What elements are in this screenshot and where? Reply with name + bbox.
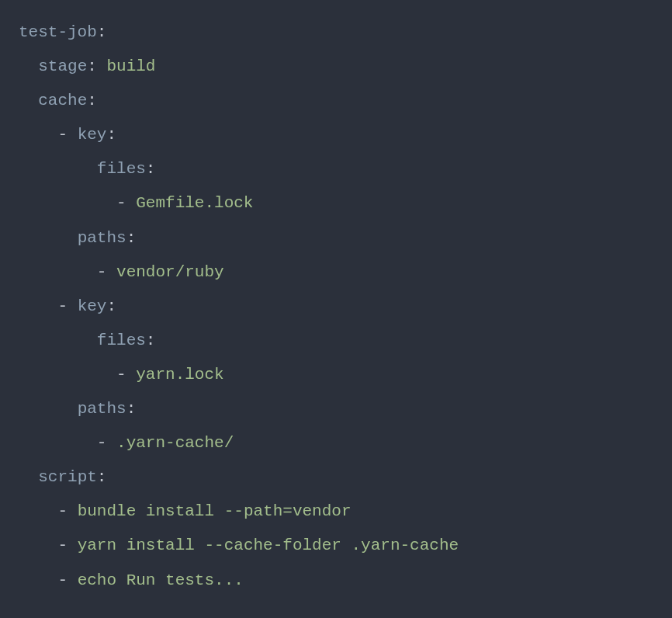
stage-key: stage (38, 57, 87, 75)
path-vendor-ruby: vendor/ruby (116, 263, 224, 281)
paths-key-2: paths (78, 400, 126, 418)
files-key-2: files (97, 332, 146, 349)
script-key: script (38, 468, 97, 486)
stage-value: build (106, 57, 155, 75)
job-name: test-job (19, 23, 97, 41)
path-yarn-cache: .yarn-cache/ (116, 434, 234, 452)
files-key-1: files (97, 160, 146, 178)
script-line-1: bundle install --path=vendor (78, 502, 352, 520)
script-line-2: yarn install --cache-folder .yarn-cache (78, 536, 459, 554)
file-yarn-lock: yarn.lock (136, 366, 223, 384)
yaml-code-block: test-job: stage: build cache: - key: fil… (19, 16, 653, 598)
key-key-2: key (78, 297, 107, 315)
script-line-3: echo Run tests... (78, 571, 244, 589)
cache-key: cache (38, 92, 87, 109)
key-key-1: key (78, 126, 107, 144)
paths-key-1: paths (78, 229, 126, 247)
file-gemfile: Gemfile.lock (136, 194, 253, 212)
